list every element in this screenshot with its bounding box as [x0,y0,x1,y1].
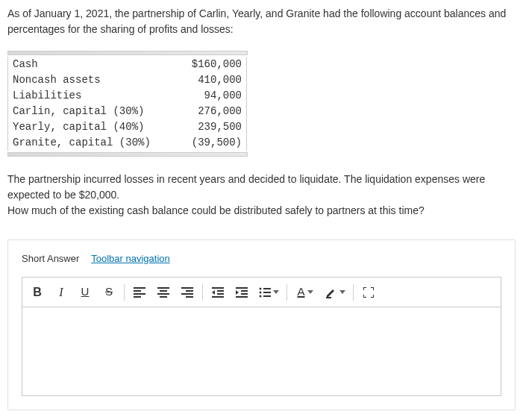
text-color-button[interactable]: A [290,280,320,304]
account-ledger: Cash $160,000 Noncash assets 410,000 Lia… [7,51,516,157]
table-row: Cash $160,000 [8,57,247,72]
toolbar-navigation-link[interactable]: Toolbar navigation [91,253,170,264]
ledger-label: Yearly, capital (40%) [8,119,172,135]
ledger-value: 94,000 [172,88,247,104]
fullscreen-button[interactable] [357,280,380,304]
question-intro: As of January 1, 2021, the partnership o… [7,6,516,37]
strikethrough-button[interactable]: S [97,280,121,304]
ledger-value: 276,000 [172,104,247,119]
table-row: Noncash assets 410,000 [8,72,247,88]
svg-marker-28 [273,290,279,294]
italic-button[interactable]: I [49,280,73,304]
svg-marker-29 [307,290,313,294]
rich-text-editor: B I U S [22,277,501,396]
list-icon [259,287,271,298]
table-row: Carlin, capital (30%) 276,000 [8,104,247,119]
svg-point-24 [259,295,261,297]
table-row: Liabilities 94,000 [8,88,247,104]
indent-button[interactable] [230,280,254,304]
followup-text-1: The partnership incurred losses in recen… [7,172,516,203]
highlight-button[interactable] [320,280,350,304]
underline-button[interactable]: U [73,280,97,304]
answer-panel: Short Answer Toolbar navigation B I U S [7,239,516,410]
strikethrough-icon: S [105,283,113,301]
svg-marker-16 [212,290,215,295]
svg-marker-30 [327,289,334,297]
ledger-table: Cash $160,000 Noncash assets 410,000 Lia… [7,57,247,151]
highlight-icon [325,286,337,298]
editor-textarea[interactable] [22,307,501,395]
align-right-button[interactable] [175,280,199,304]
ledger-value: (39,500) [172,135,247,151]
table-row: Granite, capital (30%) (39,500) [8,135,247,151]
toolbar-separator [202,284,203,301]
svg-point-22 [259,287,261,289]
ledger-label: Cash [8,57,172,72]
align-center-button[interactable] [151,280,175,304]
followup-text-2: How much of the existing cash balance co… [7,203,516,219]
table-row: Yearly, capital (40%) 239,500 [8,119,247,135]
align-left-button[interactable] [128,280,151,304]
align-right-icon [181,287,193,298]
ledger-label: Granite, capital (30%) [8,135,172,151]
ledger-scroll-top [7,51,248,55]
align-center-icon [157,287,169,298]
svg-marker-32 [339,290,345,294]
bold-button[interactable]: B [25,280,49,304]
align-left-icon [134,287,145,298]
toolbar-separator [124,284,125,301]
svg-marker-21 [236,290,239,295]
toolbar-separator [286,284,287,301]
text-color-icon: A [297,283,304,301]
indent-icon [236,287,248,298]
fullscreen-icon [363,287,374,298]
svg-point-23 [259,291,261,293]
bold-icon: B [33,283,42,301]
list-button[interactable] [254,280,284,304]
chevron-down-icon [273,290,279,294]
ledger-value: $160,000 [172,57,247,72]
chevron-down-icon [339,290,345,294]
short-answer-label: Short Answer [22,253,79,264]
italic-icon: I [59,283,63,301]
ledger-value: 410,000 [172,72,247,88]
ledger-scroll-bottom [7,152,248,157]
outdent-button[interactable] [206,280,230,304]
editor-toolbar: B I U S [22,278,501,307]
underline-icon: U [81,283,90,301]
toolbar-separator [353,284,354,301]
outdent-icon [212,287,224,298]
ledger-label: Carlin, capital (30%) [8,104,172,119]
answer-header: Short Answer Toolbar navigation [22,251,501,266]
ledger-value: 239,500 [172,119,247,135]
chevron-down-icon [307,290,313,294]
ledger-label: Liabilities [8,88,172,104]
ledger-label: Noncash assets [8,72,172,88]
question-followup: The partnership incurred losses in recen… [7,172,516,219]
